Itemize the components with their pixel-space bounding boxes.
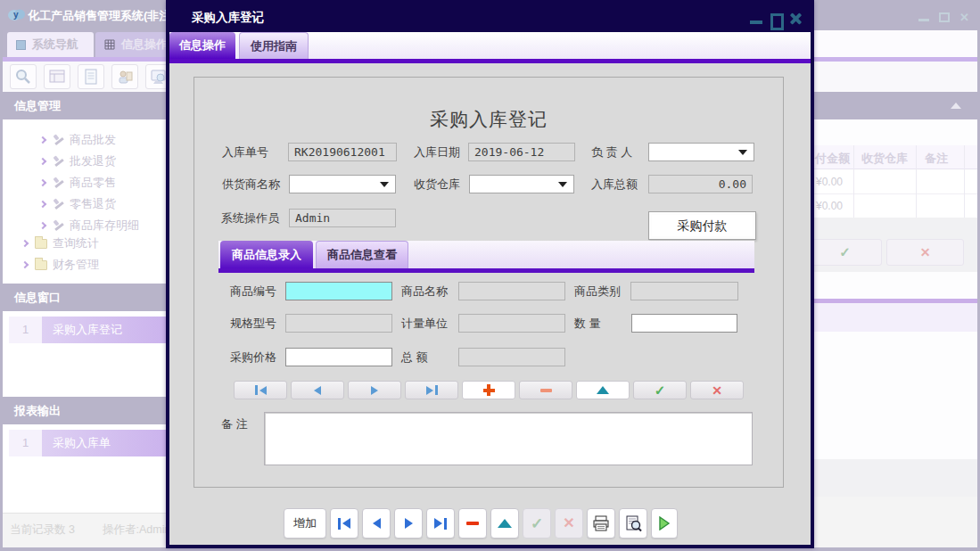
- manager-label: 负 责 人: [591, 143, 632, 161]
- unit-label: 计量单位: [401, 314, 448, 333]
- check-icon: ✓: [531, 516, 543, 531]
- bg-confirm-button[interactable]: ✓: [808, 239, 882, 266]
- chevron-right-icon: [21, 261, 29, 268]
- sidebar-item-goods-wholesale[interactable]: 商品批发: [3, 129, 166, 151]
- preview-icon: [625, 515, 642, 532]
- chevron-right-icon: [39, 179, 46, 186]
- print-icon: [592, 515, 610, 531]
- toolbar-document-button[interactable]: [78, 64, 104, 89]
- form-title: 采购入库登记: [194, 107, 783, 132]
- product-category-label: 商品类别: [574, 282, 621, 300]
- monitor-icon: [151, 70, 167, 85]
- bg-cell-amount-1: ¥0.00: [816, 176, 843, 188]
- post-button[interactable]: ✓: [523, 508, 551, 539]
- info-window-item-label: 采购入库登记: [42, 317, 166, 343]
- preview-button[interactable]: [619, 508, 647, 539]
- product-name-field: [458, 282, 565, 300]
- tool-icon: [53, 156, 64, 168]
- product-code-field[interactable]: [285, 282, 392, 300]
- info-window-item[interactable]: 1 采购入库登记: [9, 317, 166, 343]
- dialog-minimize-icon[interactable]: [750, 21, 762, 24]
- product-category-field: [630, 282, 738, 300]
- grid-icon: [104, 39, 115, 50]
- warehouse-select[interactable]: [469, 175, 574, 193]
- price-field[interactable]: [285, 348, 392, 366]
- product-tab-view[interactable]: 商品信息查看: [316, 241, 408, 268]
- order-no-label: 入库单号: [222, 143, 268, 161]
- tool-icon: [53, 135, 64, 146]
- cancel-button[interactable]: ✕: [555, 508, 583, 539]
- toolbar-search-button[interactable]: [10, 64, 37, 89]
- app-close-icon[interactable]: ✕: [959, 12, 969, 23]
- nav-post-button[interactable]: ✓: [633, 381, 687, 399]
- dialog-tab-user-guide[interactable]: 使用指南: [239, 32, 309, 59]
- purchase-payment-button[interactable]: 采购付款: [648, 211, 756, 240]
- nav-next-button[interactable]: [348, 381, 401, 399]
- first-icon: [255, 385, 258, 395]
- sidebar-item-wholesale-return[interactable]: 批发退货: [3, 151, 166, 172]
- bg-cell-amount-2: ¥0.00: [816, 200, 843, 212]
- remark-textarea[interactable]: [264, 412, 753, 465]
- record-navigator: ✓ ✕: [194, 381, 783, 400]
- bg-cancel-button[interactable]: ✕: [886, 239, 964, 266]
- nav-edit-button[interactable]: [576, 381, 630, 399]
- nav-prev-button[interactable]: [291, 381, 344, 399]
- nav-delete-button[interactable]: [519, 381, 572, 399]
- remark-label: 备 注: [221, 415, 248, 433]
- next-button[interactable]: [394, 508, 423, 539]
- dialog-tab-info-operation[interactable]: 信息操作: [169, 32, 235, 59]
- tab-system-nav[interactable]: 系统导航: [7, 32, 94, 57]
- dropdown-arrow-icon: [738, 150, 747, 155]
- add-button[interactable]: 增加: [284, 508, 326, 539]
- tool-icon: [53, 177, 64, 189]
- edit-icon: [597, 386, 609, 394]
- sidebar-item-query-statistics[interactable]: 查询统计: [3, 233, 166, 254]
- system-nav-icon: [16, 40, 26, 50]
- toolbar-cards-button[interactable]: [44, 64, 70, 89]
- nav-last-button[interactable]: [405, 381, 458, 399]
- prev-icon: [314, 386, 321, 395]
- run-button[interactable]: [651, 508, 678, 539]
- print-button[interactable]: [587, 508, 615, 539]
- operator-label: 系统操作员: [221, 209, 279, 227]
- dialog-close-icon[interactable]: [789, 12, 803, 25]
- report-output-item-index: 1: [9, 430, 42, 456]
- sidebar-item-finance-management[interactable]: 财务管理: [3, 254, 166, 276]
- chevron-right-icon: [39, 158, 46, 165]
- app-maximize-icon[interactable]: [939, 12, 950, 22]
- supplier-select[interactable]: [289, 175, 396, 193]
- dialog-maximize-icon[interactable]: [770, 13, 784, 25]
- report-output-item-label: 采购入库单: [42, 430, 166, 456]
- order-no-field: RK20190612001: [288, 143, 397, 161]
- collapse-arrow-icon[interactable]: [951, 103, 961, 109]
- chevron-right-icon: [21, 240, 29, 247]
- search-icon: [15, 69, 31, 85]
- report-output-item[interactable]: 1 采购入库单: [9, 430, 166, 456]
- sidebar-item-retail-return[interactable]: 零售退货: [3, 193, 166, 215]
- product-code-label: 商品编号: [230, 282, 276, 300]
- bg-col-divider: [964, 145, 965, 218]
- last-button[interactable]: [426, 508, 455, 539]
- nav-cancel-button[interactable]: ✕: [690, 381, 744, 399]
- manager-select[interactable]: [648, 143, 754, 161]
- check-icon: ✓: [839, 244, 851, 259]
- prev-button[interactable]: [362, 508, 391, 539]
- nav-insert-button[interactable]: [462, 381, 515, 399]
- delete-button[interactable]: [458, 508, 487, 539]
- toolbar-user-button[interactable]: [111, 64, 138, 89]
- next-icon: [405, 518, 413, 529]
- dropdown-arrow-icon: [380, 182, 389, 187]
- edit-button[interactable]: [490, 508, 519, 539]
- sidebar-item-goods-retail[interactable]: 商品零售: [3, 172, 166, 193]
- nav-first-button[interactable]: [234, 381, 287, 399]
- product-tab-entry[interactable]: 商品信息录入: [220, 241, 313, 268]
- price-label: 采购价格: [230, 348, 276, 366]
- qty-field[interactable]: [631, 314, 737, 333]
- minus-icon: [540, 389, 552, 392]
- app-minimize-icon[interactable]: [918, 19, 929, 21]
- dialog-purchase-entry: 采购入库登记 信息操作 使用指南 采购入库登记 入库单号 RK201906120…: [166, 0, 814, 548]
- product-name-label: 商品名称: [401, 282, 448, 300]
- first-button[interactable]: [330, 508, 358, 539]
- bg-col-remark: 备注: [925, 151, 948, 167]
- cross-icon: ✕: [712, 384, 722, 397]
